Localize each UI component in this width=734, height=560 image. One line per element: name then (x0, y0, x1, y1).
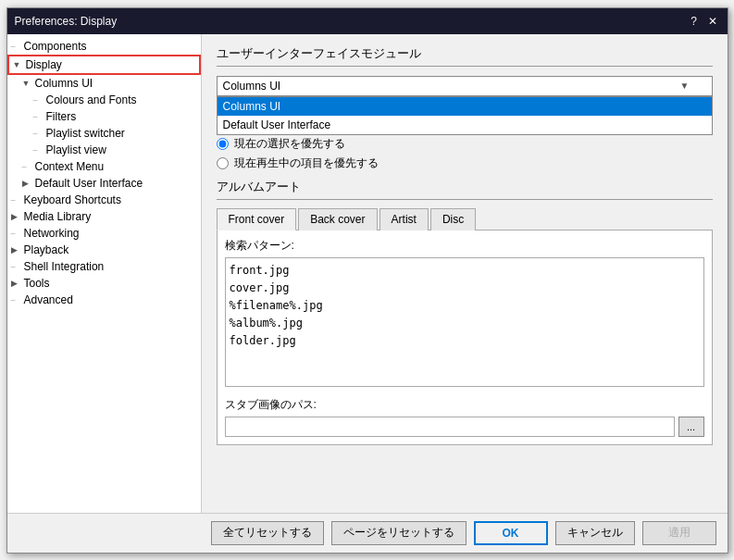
sidebar-item-colours-fonts[interactable]: Colours and Fonts (7, 92, 201, 108)
sidebar-label-media-library: Media Library (24, 210, 92, 223)
ui-module-dropdown-container: Columns UI ▼ Columns UI Default User Int… (217, 76, 713, 96)
sidebar-item-display[interactable]: Display (7, 55, 201, 75)
apply-button[interactable]: 適用 (642, 521, 716, 545)
sidebar-item-playlist-switcher[interactable]: Playlist switcher (7, 125, 201, 142)
sidebar-item-filters[interactable]: Filters (7, 108, 201, 125)
dropdown-list: Columns UI Default User Interface (217, 96, 713, 135)
tree-arrow-display (13, 60, 24, 69)
sidebar-label-shell-integration: Shell Integration (24, 260, 105, 273)
tree-arrow-playlist-switcher (33, 129, 44, 138)
tree-arrow-keyboard-shortcuts (11, 195, 22, 205)
tree-arrow-columns-ui (22, 79, 33, 88)
tree-arrow-components (11, 42, 22, 51)
sidebar-label-tools: Tools (24, 277, 50, 290)
sidebar-label-default-user-interface: Default User Interface (35, 177, 143, 190)
tree-arrow-default-user-interface (22, 179, 33, 188)
title-bar-controls: ? ✕ (687, 14, 720, 29)
sidebar-item-keyboard-shortcuts[interactable]: Keyboard Shortcuts (7, 192, 201, 208)
radio-group: 現在の選択を優先する 現在再生中の項目を優先する (217, 136, 713, 171)
sidebar-item-playback[interactable]: Playback (7, 242, 201, 258)
ok-button[interactable]: OK (474, 521, 548, 545)
sidebar-label-advanced: Advanced (24, 293, 73, 306)
sidebar-label-playlist-switcher: Playlist switcher (46, 127, 125, 140)
sidebar-item-context-menu[interactable]: Context Menu (7, 158, 201, 175)
stub-image-label: スタブ画像のパス: (225, 397, 704, 413)
sidebar-label-context-menu: Context Menu (35, 160, 105, 173)
album-art-section-title: アルバムアート (217, 179, 713, 200)
sidebar-label-colours-fonts: Colours and Fonts (46, 93, 137, 106)
sidebar-label-filters: Filters (46, 110, 77, 123)
close-button[interactable]: ✕ (705, 14, 720, 29)
reset-page-button[interactable]: ページをリセットする (331, 521, 467, 545)
tree-arrow-advanced (11, 295, 22, 305)
browse-button[interactable]: ... (678, 417, 704, 437)
tree-arrow-shell-integration (11, 262, 22, 271)
help-button[interactable]: ? (687, 14, 702, 29)
search-pattern-input[interactable] (225, 257, 704, 387)
sidebar-item-advanced[interactable]: Advanced (7, 292, 201, 308)
tabs-bar: Front coverBack coverArtistDisc (217, 207, 713, 230)
reset-all-button[interactable]: 全てリセットする (211, 521, 324, 545)
dropdown-selected-value: Columns UI (223, 80, 281, 93)
tree-arrow-networking (11, 229, 22, 238)
sidebar-label-playback: Playback (24, 243, 69, 256)
dropdown-option-default-ui[interactable]: Default User Interface (218, 116, 712, 134)
preferences-window: Preferences: Display ? ✕ ComponentsDispl… (6, 7, 728, 554)
footer: 全てリセットする ページをリセットする OK キャンセル 適用 (7, 513, 728, 553)
radio-prefer-playing[interactable]: 現在再生中の項目を優先する (217, 156, 713, 171)
tree-arrow-colours-fonts (33, 95, 44, 105)
tab-front-cover[interactable]: Front cover (217, 208, 297, 230)
radio-prefer-selected[interactable]: 現在の選択を優先する (217, 136, 713, 152)
tree-arrow-playlist-view (33, 145, 44, 155)
dropdown-option-columns-ui[interactable]: Columns UI (218, 97, 712, 116)
cancel-button[interactable]: キャンセル (555, 521, 635, 545)
sidebar-item-columns-ui[interactable]: Columns UI (7, 75, 201, 92)
tab-disc[interactable]: Disc (430, 208, 476, 230)
search-pattern-label: 検索パターン: (225, 238, 704, 254)
ui-module-dropdown[interactable]: Columns UI ▼ (217, 76, 713, 96)
tree-arrow-context-menu (22, 162, 33, 171)
sidebar-item-components[interactable]: Components (7, 38, 201, 55)
sidebar-label-playlist-view: Playlist view (46, 143, 106, 156)
sidebar-item-playlist-view[interactable]: Playlist view (7, 142, 201, 158)
tree-arrow-filters (33, 112, 44, 121)
content-area: ComponentsDisplayColumns UIColours and F… (7, 34, 728, 513)
sidebar-item-tools[interactable]: Tools (7, 275, 201, 292)
sidebar-label-networking: Networking (24, 227, 80, 240)
tab-content: 検索パターン: スタブ画像のパス: ... (217, 230, 713, 445)
radio-prefer-playing-label: 現在再生中の項目を優先する (234, 156, 379, 171)
sidebar-label-columns-ui: Columns UI (35, 77, 93, 90)
sidebar-label-components: Components (24, 40, 87, 53)
tree-arrow-tools (11, 279, 22, 288)
sidebar-item-media-library[interactable]: Media Library (7, 208, 201, 225)
main-panel: ユーザーインターフェイスモジュール Columns UI ▼ Columns U… (202, 34, 728, 513)
window-title: Preferences: Display (15, 15, 118, 28)
tab-artist[interactable]: Artist (379, 208, 429, 230)
tree-arrow-media-library (11, 212, 22, 221)
sidebar-item-default-user-interface[interactable]: Default User Interface (7, 175, 201, 192)
stub-image-row: ... (225, 417, 704, 437)
sidebar-label-keyboard-shortcuts: Keyboard Shortcuts (24, 193, 121, 206)
sidebar-label-display: Display (26, 58, 62, 71)
sidebar-item-shell-integration[interactable]: Shell Integration (7, 258, 201, 275)
sidebar: ComponentsDisplayColumns UIColours and F… (7, 34, 202, 513)
dropdown-arrow-icon: ▼ (680, 81, 690, 91)
sidebar-item-networking[interactable]: Networking (7, 225, 201, 242)
tab-back-cover[interactable]: Back cover (298, 208, 377, 230)
title-bar: Preferences: Display ? ✕ (7, 8, 728, 34)
tree-arrow-playback (11, 245, 22, 255)
stub-image-input[interactable] (225, 417, 675, 437)
radio-prefer-selected-label: 現在の選択を優先する (234, 136, 345, 152)
ui-module-section-title: ユーザーインターフェイスモジュール (217, 45, 713, 67)
